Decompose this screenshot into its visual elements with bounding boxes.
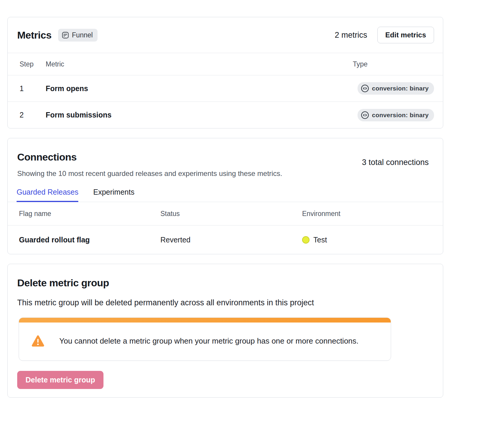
- page: Metrics Funnel 2 metrics Edit metrics S: [0, 0, 504, 398]
- metric-name: Form opens: [46, 84, 345, 93]
- metric-type-badge: conversion: binary: [358, 82, 434, 95]
- tab-guarded-releases[interactable]: Guarded Releases: [17, 188, 78, 202]
- connection-status: Reverted: [160, 236, 302, 244]
- connection-table-row: Guarded rollout flag Reverted Test: [8, 225, 443, 254]
- connections-title-block: Connections Showing the 10 most recent g…: [17, 151, 282, 178]
- environment-name: Test: [313, 236, 327, 244]
- column-header-metric: Metric: [46, 60, 345, 68]
- metric-type-label: conversion: binary: [372, 85, 429, 92]
- metrics-count: 2 metrics: [335, 31, 367, 40]
- metrics-header-right: 2 metrics Edit metrics: [335, 27, 434, 43]
- metric-type-label: conversion: binary: [372, 112, 429, 119]
- environment-dot-icon: [302, 236, 310, 244]
- column-header-step: Step: [20, 60, 46, 68]
- metric-table-row: 1 Form opens conversion: binary: [8, 75, 443, 102]
- warning-banner-content: You cannot delete a metric group when yo…: [19, 323, 391, 360]
- delete-metric-group-card: Delete metric group This metric group wi…: [7, 264, 443, 398]
- metric-step: 1: [20, 84, 46, 93]
- connections-tabs: Guarded Releases Experiments: [8, 178, 443, 202]
- connections-table-header: Flag name Status Environment: [8, 202, 443, 225]
- delete-card-body: Delete metric group This metric group wi…: [8, 264, 443, 397]
- connection-environment: Test: [302, 236, 434, 244]
- delete-card-description: This metric group will be deleted perman…: [17, 298, 433, 307]
- code-circle-icon: [361, 84, 369, 93]
- connections-total: 3 total connections: [362, 158, 429, 167]
- funnel-chart-icon: [62, 31, 69, 39]
- metric-type-badge: conversion: binary: [358, 109, 434, 121]
- column-header-flag-name: Flag name: [19, 210, 160, 218]
- metrics-title: Metrics: [17, 29, 52, 41]
- funnel-badge-label: Funnel: [72, 31, 93, 39]
- metrics-card: Metrics Funnel 2 metrics Edit metrics S: [7, 17, 443, 128]
- column-header-type: Type: [345, 60, 434, 68]
- code-circle-icon: [361, 111, 369, 119]
- metric-name: Form submissions: [46, 111, 345, 119]
- tab-experiments[interactable]: Experiments: [93, 188, 134, 202]
- delete-metric-group-button[interactable]: Delete metric group: [17, 371, 103, 389]
- connection-flag-name: Guarded rollout flag: [19, 236, 160, 244]
- warning-banner: You cannot delete a metric group when yo…: [19, 317, 391, 361]
- delete-card-title: Delete metric group: [17, 277, 433, 289]
- connections-subtitle: Showing the 10 most recent guarded relea…: [17, 169, 282, 178]
- warning-text: You cannot delete a metric group when yo…: [59, 336, 358, 346]
- metric-step: 2: [20, 111, 46, 119]
- metrics-card-header: Metrics Funnel 2 metrics Edit metrics: [8, 17, 443, 53]
- metrics-table-header: Step Metric Type: [8, 53, 443, 75]
- connections-card: Connections Showing the 10 most recent g…: [7, 138, 443, 254]
- connections-title: Connections: [17, 151, 282, 163]
- warning-triangle-icon: [31, 335, 44, 347]
- column-header-environment: Environment: [302, 210, 434, 218]
- funnel-badge: Funnel: [58, 29, 98, 42]
- column-header-status: Status: [160, 210, 302, 218]
- connections-card-header: Connections Showing the 10 most recent g…: [8, 138, 443, 178]
- warning-banner-top-bar: [19, 318, 391, 323]
- metric-table-row: 2 Form submissions conversion: binary: [8, 102, 443, 128]
- edit-metrics-button[interactable]: Edit metrics: [377, 27, 434, 43]
